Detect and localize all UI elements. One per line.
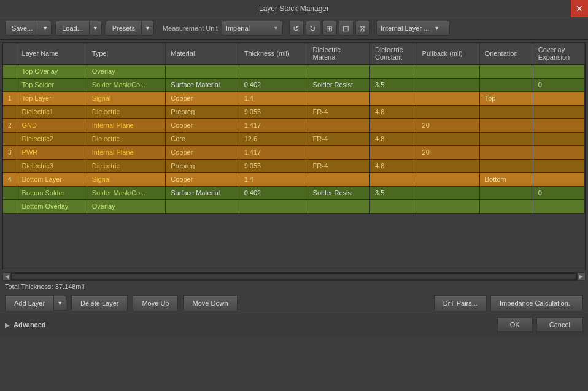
measurement-unit-value: Imperial: [226, 25, 250, 32]
scroll-track[interactable]: [11, 273, 577, 279]
internal-layer-group: Internal Layer ... ▼: [376, 21, 450, 36]
scroll-right-button[interactable]: ▶: [577, 272, 586, 281]
add-layer-button[interactable]: Add Layer: [5, 295, 54, 311]
presets-dropdown-arrow: ▼: [145, 25, 150, 31]
bottom-toolbar: Add Layer ▼ Delete Layer Move Up Move Do…: [0, 293, 588, 314]
col-pullback: Pullback (mil): [417, 43, 479, 64]
internal-layer-arrow: ▼: [434, 25, 439, 31]
table-row[interactable]: Dielectric3DielectricPrepreg9.055FR-44.8: [3, 159, 585, 172]
table-row[interactable]: 2GNDInternal PlaneCopper1.41720: [3, 118, 585, 132]
toolbar: Save... ▼ Load... ▼ Presets ▼ Measuremen…: [0, 17, 588, 40]
table-row[interactable]: Dielectric1DielectricPrepreg9.055FR-44.8: [3, 105, 585, 118]
icon3: ⊠: [359, 24, 366, 33]
advanced-bar: ▶ Advanced OK Cancel: [0, 314, 588, 335]
icon2-button[interactable]: ⊡: [339, 21, 354, 36]
table-row[interactable]: Top SolderSolder Mask/Co...Surface Mater…: [3, 78, 585, 91]
measurement-unit-select[interactable]: Imperial ▼: [222, 21, 283, 36]
layer-table: Layer Name Type Material Thickness (mil)…: [3, 43, 585, 214]
col-orientation: Orientation: [479, 43, 533, 64]
redo-icon: ↻: [309, 24, 316, 33]
internal-layer-label: Internal Layer ...: [381, 25, 430, 32]
icon1: ⊞: [326, 24, 333, 33]
presets-dropdown-button[interactable]: ▼: [142, 21, 154, 36]
table-row[interactable]: Top OverlayOverlay: [3, 64, 585, 78]
col-dielectric-material: DielectricMaterial: [308, 43, 369, 64]
move-up-button[interactable]: Move Up: [133, 295, 178, 311]
table-row[interactable]: 1Top LayerSignalCopper1.4Top: [3, 91, 585, 105]
advanced-label: Advanced: [14, 321, 46, 328]
close-button[interactable]: ✕: [571, 0, 588, 17]
col-layer-name: Layer Name: [17, 43, 87, 64]
drill-pairs-button[interactable]: Drill Pairs...: [434, 295, 487, 311]
dialog-title: Layer Stack Manager: [259, 4, 329, 13]
table-row[interactable]: 3PWRInternal PlaneCopper1.41720: [3, 145, 585, 159]
icon3-button[interactable]: ⊠: [355, 21, 370, 36]
ok-cancel-area: OK Cancel: [497, 317, 583, 332]
col-type: Type: [87, 43, 165, 64]
total-thickness-label: Total Thickness: 37.148mil: [5, 283, 84, 290]
table-header-row: Layer Name Type Material Thickness (mil)…: [3, 43, 585, 64]
col-thickness: Thickness (mil): [239, 43, 308, 64]
table-body: Top OverlayOverlayTop SolderSolder Mask/…: [3, 64, 585, 213]
layer-table-container: Layer Name Type Material Thickness (mil)…: [2, 42, 586, 269]
internal-layer-select[interactable]: Internal Layer ... ▼: [376, 21, 450, 36]
col-num: [3, 43, 17, 64]
save-group: Save... ▼: [5, 21, 52, 36]
advanced-expand-icon: ▶: [5, 322, 10, 328]
table-row[interactable]: Bottom OverlayOverlay: [3, 199, 585, 213]
col-coverlay: CoverlayExpansion: [533, 43, 584, 64]
measurement-unit-label: Measurement Unit: [163, 25, 218, 32]
main-layout: Save... ▼ Load... ▼ Presets ▼ Measuremen…: [0, 17, 588, 391]
close-icon: ✕: [576, 4, 583, 14]
redo-button[interactable]: ↻: [306, 21, 320, 36]
table-row[interactable]: Dielectric2DielectricCore12.6FR-44.8: [3, 132, 585, 145]
presets-button[interactable]: Presets: [106, 21, 142, 36]
horizontal-scrollbar[interactable]: ◀ ▶: [2, 272, 586, 281]
measurement-unit-arrow: ▼: [273, 25, 279, 31]
toolbar-icons: ↺ ↻ ⊞ ⊡ ⊠: [289, 21, 370, 36]
ok-button[interactable]: OK: [497, 317, 533, 332]
title-bar: Layer Stack Manager ✕: [0, 0, 588, 17]
table-row[interactable]: Bottom SolderSolder Mask/Co...Surface Ma…: [3, 186, 585, 199]
move-down-button[interactable]: Move Down: [183, 295, 237, 311]
delete-layer-button[interactable]: Delete Layer: [71, 295, 128, 311]
load-dropdown-button[interactable]: ▼: [90, 21, 102, 36]
col-dielectric-constant: DielectricConstant: [369, 43, 417, 64]
cancel-button[interactable]: Cancel: [536, 317, 583, 332]
undo-button[interactable]: ↺: [289, 21, 304, 36]
load-dropdown-arrow: ▼: [93, 25, 98, 31]
add-layer-dropdown-arrow: ▼: [57, 300, 63, 306]
icon1-button[interactable]: ⊞: [322, 21, 337, 36]
save-dropdown-arrow: ▼: [42, 25, 48, 31]
load-button[interactable]: Load...: [55, 21, 90, 36]
presets-group: Presets ▼: [106, 21, 154, 36]
col-material: Material: [166, 43, 239, 64]
right-button-group: Drill Pairs... Impedance Calculation...: [434, 295, 583, 311]
save-dropdown-button[interactable]: ▼: [39, 21, 52, 36]
scroll-left-button[interactable]: ◀: [2, 272, 11, 281]
table-row[interactable]: 4Bottom LayerSignalCopper1.4Bottom: [3, 172, 585, 186]
load-group: Load... ▼: [55, 21, 102, 36]
add-layer-group: Add Layer ▼: [5, 295, 66, 311]
undo-icon: ↺: [293, 24, 300, 33]
total-thickness-section: Total Thickness: 37.148mil: [0, 281, 588, 293]
icon2: ⊡: [342, 24, 349, 33]
impedance-calculation-button[interactable]: Impedance Calculation...: [490, 295, 583, 311]
add-layer-dropdown-button[interactable]: ▼: [54, 296, 66, 311]
save-button[interactable]: Save...: [5, 21, 39, 36]
